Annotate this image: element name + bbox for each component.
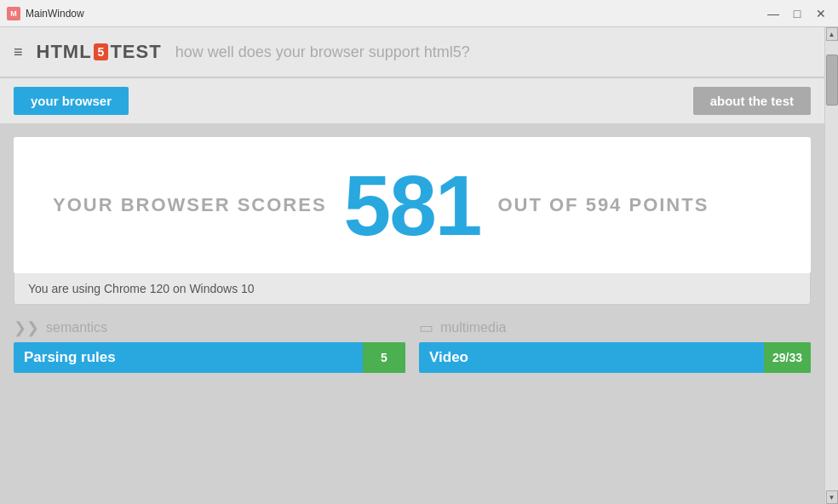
- semantics-bar-label: Parsing rules: [14, 349, 363, 366]
- title-bar: M MainWindow — □ ✕: [0, 0, 838, 27]
- score-number: 581: [344, 163, 481, 248]
- score-label-right: OUT OF 594 POINTS: [480, 194, 777, 216]
- category-multimedia: ▭ multimedia Video 29/33: [419, 318, 811, 373]
- multimedia-icon: ▭: [419, 318, 433, 337]
- multimedia-label: multimedia: [440, 320, 506, 335]
- logo-5-badge: 5: [94, 43, 109, 60]
- logo-test-text: TEST: [110, 41, 161, 63]
- categories-section: ❯❯ semantics Parsing rules 5 ▭ multimedi…: [14, 318, 811, 373]
- header-subtitle: how well does your browser support html5…: [175, 43, 470, 61]
- semantics-label: semantics: [46, 320, 107, 335]
- scrollbar-thumb[interactable]: [826, 54, 838, 106]
- browser-info-bar: You are using Chrome 120 on Windows 10: [14, 273, 811, 305]
- scrollbar[interactable]: ▲ ▼: [824, 27, 838, 504]
- scrollbar-down-arrow[interactable]: ▼: [826, 490, 838, 504]
- category-multimedia-header: ▭ multimedia: [419, 318, 811, 337]
- score-section: YOUR BROWSER SCORES 581 OUT OF 594 POINT…: [14, 137, 811, 273]
- window-controls: — □ ✕: [763, 5, 831, 22]
- semantics-bar: Parsing rules 5: [14, 342, 405, 373]
- logo-html-text: HTML: [37, 41, 92, 63]
- scrollbar-up-arrow[interactable]: ▲: [826, 27, 838, 41]
- header-left: ≡ HTML 5 TEST how well does your browser…: [14, 41, 470, 63]
- content-area: ≡ HTML 5 TEST how well does your browser…: [0, 27, 824, 504]
- site-logo: HTML 5 TEST: [37, 41, 162, 63]
- score-label-left: YOUR BROWSER SCORES: [48, 194, 344, 216]
- window-title: MainWindow: [26, 8, 84, 20]
- about-test-button[interactable]: about the test: [693, 87, 811, 115]
- app-icon: M: [7, 7, 20, 20]
- category-semantics: ❯❯ semantics Parsing rules 5: [14, 318, 405, 373]
- your-browser-button[interactable]: your browser: [14, 87, 129, 115]
- title-bar-left: M MainWindow: [7, 7, 84, 20]
- category-semantics-header: ❯❯ semantics: [14, 318, 405, 337]
- multimedia-bar: Video 29/33: [419, 342, 811, 373]
- multimedia-bar-label: Video: [419, 349, 764, 366]
- nav-buttons-row: your browser about the test: [0, 78, 824, 123]
- maximize-button[interactable]: □: [787, 5, 807, 22]
- semantics-bar-score: 5: [363, 342, 405, 373]
- browser-info-text: You are using Chrome 120 on Windows 10: [28, 282, 255, 295]
- minimize-button[interactable]: —: [763, 5, 783, 22]
- hamburger-menu-icon[interactable]: ≡: [14, 44, 23, 60]
- semantics-icon: ❯❯: [14, 318, 39, 337]
- multimedia-bar-score: 29/33: [764, 342, 811, 373]
- close-button[interactable]: ✕: [811, 5, 831, 22]
- site-header: ≡ HTML 5 TEST how well does your browser…: [0, 27, 824, 78]
